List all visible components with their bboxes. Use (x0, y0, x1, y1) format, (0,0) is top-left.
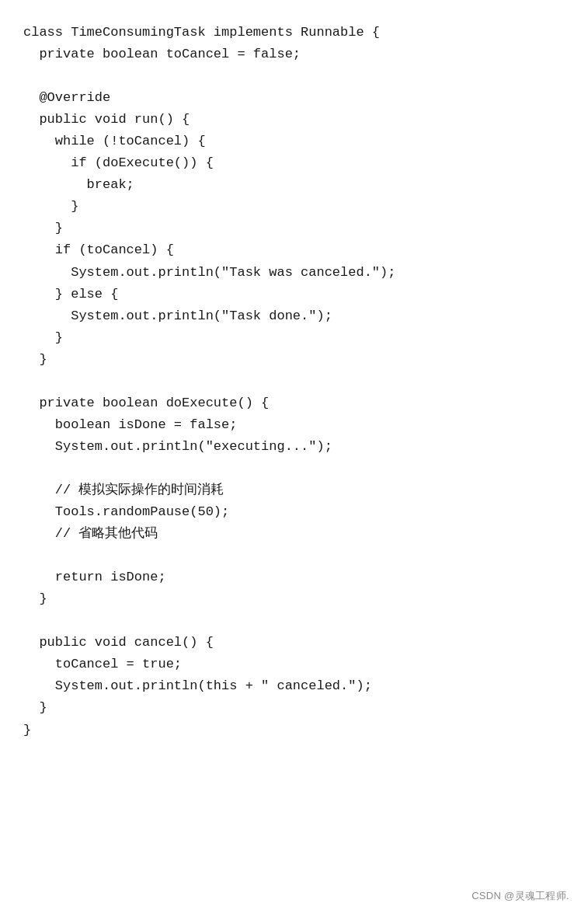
code-block: class TimeConsumingTask implements Runna… (23, 22, 565, 741)
code-container: class TimeConsumingTask implements Runna… (0, 0, 588, 917)
watermark: CSDN @灵魂工程师. (471, 889, 569, 903)
